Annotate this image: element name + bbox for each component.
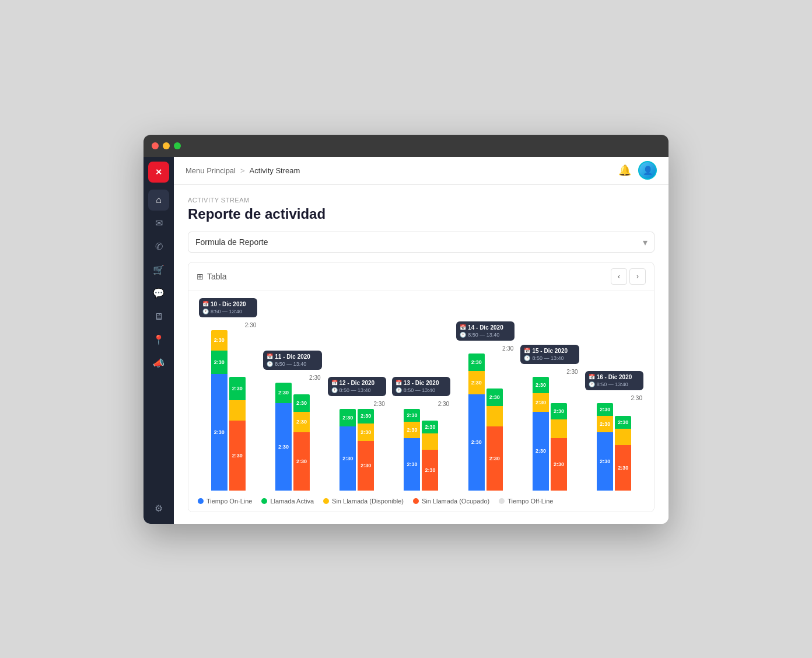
bar-segment-green: 2:30	[229, 377, 246, 400]
app-layout: ✕ ⌂ ✉ ✆ 🛒 💬 🖥 📍 📣 ⚙ Menu Principal > Act…	[144, 157, 668, 524]
bar-segment-orange: 2:30	[422, 450, 438, 491]
bar-segment-green: 2:30	[293, 394, 310, 412]
legend-item: Sin Llamada (Disponible)	[323, 498, 404, 505]
chart-toolbar: ⊞ Tabla ‹ ›	[188, 262, 654, 291]
chart-container: ⊞ Tabla ‹ › 📅 10 - Dic 202	[188, 262, 654, 512]
bar-segment-green: 2:30	[404, 409, 420, 422]
avatar[interactable]: 👤	[638, 161, 657, 180]
bar-segment-yellow	[551, 419, 567, 438]
sidebar-item-support[interactable]: 💬	[148, 283, 169, 304]
sidebar-item-settings[interactable]: ⚙	[148, 498, 169, 519]
breadcrumb-root[interactable]: Menu Principal	[186, 166, 236, 175]
bar-segment-green: 2:30	[358, 409, 374, 424]
minimize-dot[interactable]	[163, 142, 170, 149]
tabla-label: ⊞ Tabla	[197, 272, 226, 281]
nav-next-button[interactable]: ›	[629, 268, 646, 285]
sidebar-item-cart[interactable]: 🛒	[148, 260, 169, 281]
sidebar: ✕ ⌂ ✉ ✆ 🛒 💬 🖥 📍 📣 ⚙	[144, 157, 174, 524]
sidebar-item-location[interactable]: 📍	[148, 330, 169, 351]
bar-segment-blue: 2:30	[404, 438, 420, 491]
bar-segment-yellow: 2:30	[597, 416, 613, 432]
bar-stack: 2:302:30	[551, 403, 567, 491]
bar-stack: 2:302:30	[229, 377, 246, 491]
bar-segment-blue: 2:30	[340, 426, 356, 491]
bar-segment-yellow	[229, 400, 246, 421]
sidebar-item-megaphone[interactable]: 📣	[148, 353, 169, 374]
bar-stack: 2:302:302:30	[358, 409, 374, 491]
day-column-4: 📅 14 - Dic 2020 🕐 8:50 — 13:40 2:302:302…	[455, 321, 516, 491]
table-icon: ⊞	[197, 272, 204, 281]
bar-stack: 2:302:302:30	[293, 394, 310, 491]
bar-segment-blue: 2:30	[211, 374, 228, 491]
bar-segment-blue: 2:30	[597, 432, 613, 491]
bar-stack: 2:302:30	[487, 388, 503, 491]
bar-stack: 2:302:30	[615, 416, 631, 491]
bar-segment-blue: 2:30	[533, 412, 549, 491]
formula-select[interactable]: Formula de Reporte	[188, 232, 654, 253]
section-label: ACTIVITY STREAM	[188, 197, 654, 204]
bar-stack: 2:302:30	[422, 421, 438, 491]
maximize-dot[interactable]	[174, 142, 181, 149]
bar-stack: 2:302:302:30	[468, 354, 485, 491]
bar-segment-orange: 2:30	[293, 432, 310, 491]
sidebar-item-home[interactable]: ⌂	[148, 190, 169, 211]
page-body: ACTIVITY STREAM Reporte de actividad For…	[174, 185, 668, 524]
close-dot[interactable]	[152, 142, 159, 149]
bar-segment-green: 2:30	[551, 403, 567, 419]
bar-segment-yellow: 2:30	[358, 424, 374, 441]
bar-stack: 2:302:302:30	[533, 377, 549, 491]
charts-area: 📅 10 - Dic 2020 🕐 8:50 — 13:40 2:302:302…	[188, 291, 654, 491]
legend-dot	[413, 498, 419, 504]
bar-segment-green: 2:30	[468, 354, 485, 371]
nav-prev-button[interactable]: ‹	[611, 268, 627, 285]
bell-icon[interactable]: 🔔	[618, 164, 631, 177]
legend: Tiempo On-LineLlamada ActivaSin Llamada …	[188, 491, 654, 512]
bar-stack: 2:302:302:30	[404, 409, 420, 491]
bar-segment-green: 2:30	[487, 388, 503, 406]
bar-segment-green: 2:30	[597, 403, 613, 416]
breadcrumb-current: Activity Stream	[250, 166, 300, 175]
day-column-1: 📅 11 - Dic 2020 🕐 8:50 — 13:40 2:302:302…	[262, 351, 323, 491]
bar-stack: 2:302:30	[275, 383, 292, 491]
legend-dot	[323, 498, 329, 504]
day-column-0: 📅 10 - Dic 2020 🕐 8:50 — 13:40 2:302:302…	[198, 298, 258, 491]
chart-content: 📅 10 - Dic 2020 🕐 8:50 — 13:40 2:302:302…	[188, 291, 654, 491]
bar-segment-yellow: 2:30	[468, 371, 485, 394]
nav-arrows: ‹ ›	[611, 268, 646, 285]
legend-item: Tiempo Off-Line	[499, 498, 553, 505]
sidebar-item-phone[interactable]: ✆	[148, 236, 169, 257]
legend-item: Llamada Activa	[261, 498, 314, 505]
bar-segment-green: 2:30	[211, 351, 228, 374]
bar-segment-green: 2:30	[422, 421, 438, 433]
bar-segment-blue: 2:30	[468, 394, 485, 491]
page-title: Reporte de actividad	[188, 206, 654, 222]
topbar: Menu Principal > Activity Stream 🔔 👤	[174, 157, 668, 185]
legend-dot	[499, 498, 505, 504]
bar-stack: 2:302:30	[340, 409, 356, 491]
bar-segment-green: 2:30	[275, 383, 292, 403]
bar-segment-yellow	[615, 429, 631, 445]
bar-segment-orange: 2:30	[358, 441, 374, 491]
tabla-text: Tabla	[207, 272, 226, 281]
app-window: ✕ ⌂ ✉ ✆ 🛒 💬 🖥 📍 📣 ⚙ Menu Principal > Act…	[144, 135, 668, 524]
day-column-5: 📅 15 - Dic 2020 🕐 8:50 — 13:40 2:302:302…	[519, 345, 580, 491]
bar-segment-yellow: 2:30	[533, 393, 549, 412]
bar-segment-blue: 2:30	[275, 403, 292, 491]
day-column-3: 📅 13 - Dic 2020 🕐 8:50 — 13:40 2:302:302…	[391, 377, 452, 491]
legend-item: Tiempo On-Line	[198, 498, 252, 505]
bar-segment-green: 2:30	[340, 409, 356, 426]
sidebar-item-chat[interactable]: ✉	[148, 213, 169, 234]
sidebar-item-monitor[interactable]: 🖥	[148, 306, 169, 327]
day-column-2: 📅 12 - Dic 2020 🕐 8:50 — 13:40 2:302:302…	[327, 377, 387, 491]
formula-select-wrapper: Formula de Reporte ▾	[188, 232, 654, 253]
bar-segment-orange: 2:30	[551, 438, 567, 491]
app-logo: ✕	[148, 162, 169, 183]
bar-segment-yellow: 2:30	[293, 412, 310, 432]
bar-segment-orange: 2:30	[229, 421, 246, 491]
bar-segment-yellow	[487, 406, 503, 426]
breadcrumb-separator: >	[240, 166, 245, 175]
bar-segment-orange: 2:30	[615, 445, 631, 491]
breadcrumb: Menu Principal > Activity Stream	[186, 166, 300, 175]
day-column-6: 📅 16 - Dic 2020 🕐 8:50 — 13:40 2:302:302…	[584, 371, 645, 491]
legend-dot	[261, 498, 267, 504]
